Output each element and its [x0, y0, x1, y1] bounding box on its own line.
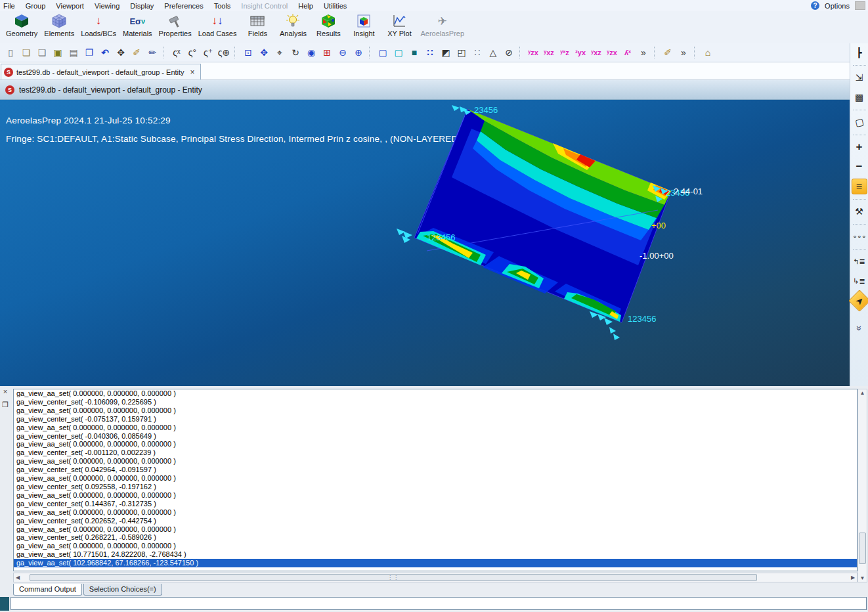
mouse-zoom-icon[interactable]: ς⊕: [217, 45, 231, 60]
view-iso-icon[interactable]: ʎˣ: [620, 45, 635, 60]
view-yxz-top-icon[interactable]: ʸˣz: [557, 45, 572, 60]
help-icon[interactable]: ?: [811, 1, 819, 10]
command-line[interactable]: ga_view_center_set( -0.075137, 0.159791 …: [14, 415, 857, 424]
view-zyx-icon[interactable]: ᶻyx: [573, 45, 588, 60]
command-lines[interactable]: ga_view_aa_set( 0.000000, 0.000000, 0.00…: [13, 389, 857, 571]
translate-view-icon[interactable]: ✥: [257, 45, 271, 60]
results-button[interactable]: Results: [311, 11, 346, 41]
command-line[interactable]: ga_view_aa_set( 0.000000, 0.000000, 0.00…: [14, 525, 857, 534]
menu-item[interactable]: File: [0, 1, 22, 11]
repair-tools-icon[interactable]: ⚒: [852, 204, 867, 219]
zoom-in-icon[interactable]: ⊕: [351, 45, 366, 60]
mouse-translate-icon[interactable]: ς⁺: [201, 45, 215, 60]
command-line[interactable]: ga_view_aa_set( 0.000000, 0.000000, 0.00…: [14, 389, 857, 398]
polygon-pick-icon[interactable]: ▢: [850, 113, 868, 131]
center-target-icon[interactable]: ⌖: [272, 45, 287, 60]
command-line[interactable]: ga_view_center_set( 0.202652, -0.442754 …: [14, 517, 857, 525]
command-line[interactable]: ga_view_aa_set( 0.000000, 0.000000, 0.00…: [14, 457, 857, 466]
menu-item[interactable]: Help: [295, 1, 320, 11]
viewport-split-icon[interactable]: ⊞: [320, 45, 334, 60]
list-copy-down-icon[interactable]: ↳≣: [852, 273, 867, 289]
properties-button[interactable]: Properties: [156, 11, 195, 41]
pan-hand-icon[interactable]: ✥: [114, 45, 128, 60]
model-tree-icon[interactable]: ┣: [852, 45, 867, 60]
pattern-box-icon[interactable]: ▩: [852, 89, 867, 105]
scrollbar-thumb[interactable]: [859, 533, 866, 564]
fringe-menu-icon[interactable]: ≡: [852, 179, 867, 194]
command-line[interactable]: ga_view_aa_set( 0.000000, 0.000000, 0.00…: [14, 508, 857, 517]
aeroelasprep-button[interactable]: ✈ AeroelasPrep: [417, 11, 467, 41]
edit-pencil-icon[interactable]: ✐: [661, 45, 675, 60]
command-input[interactable]: [11, 597, 867, 610]
tab-close-icon[interactable]: ×: [190, 68, 195, 77]
more-edit-icon[interactable]: »: [676, 45, 691, 60]
tab-selection-choices[interactable]: Selection Choices(=): [83, 584, 162, 596]
menu-item[interactable]: Viewing: [91, 1, 127, 11]
command-line[interactable]: ga_view_center_set( -0.040306, 0.085649 …: [14, 432, 857, 441]
scrollbar-thumb[interactable]: ⋮⋮: [30, 574, 757, 581]
scroll-left-icon[interactable]: ◀: [14, 575, 22, 580]
triangle-marker-icon[interactable]: △: [486, 45, 500, 60]
label-arrow-icon[interactable]: ◰: [454, 45, 469, 60]
command-line[interactable]: ga_view_center_set( -0.001120, 0.002239 …: [14, 448, 857, 457]
command-vertical-scrollbar[interactable]: ▲ ▼: [857, 389, 867, 582]
home-icon[interactable]: ⌂: [701, 45, 715, 60]
fields-button[interactable]: Fields: [240, 11, 275, 41]
menu-item[interactable]: Utilities: [320, 1, 354, 11]
view-zx-icon[interactable]: ʸzx: [605, 45, 619, 60]
view-axis-icon[interactable]: ◉: [304, 45, 318, 60]
label-dots-icon[interactable]: ∷: [470, 45, 485, 60]
load-cases-button[interactable]: ↓↓ Load Cases: [195, 11, 240, 41]
shrink-elements-icon[interactable]: ◩: [439, 45, 453, 60]
fem-model-plot[interactable]: 23456 123456 123456 23456 2.44-01 +00 -1…: [0, 100, 850, 386]
command-line[interactable]: ga_view_aa_set( 0.000000, 0.000000, 0.00…: [14, 440, 857, 448]
viewport-titlebar[interactable]: S test299.db - default_viewport - defaul…: [0, 80, 850, 100]
menu-item[interactable]: Viewport: [53, 1, 91, 11]
zoom-out-icon[interactable]: ⊖: [336, 45, 350, 60]
copy-icon[interactable]: ❐: [82, 45, 97, 60]
menu-item[interactable]: Display: [127, 1, 161, 11]
command-line[interactable]: ga_view_aa_set( 102.968842, 67.168266, -…: [14, 559, 857, 567]
menu-item[interactable]: Tools: [211, 1, 238, 11]
more-views-icon[interactable]: »: [636, 45, 651, 60]
list-copy-up-icon[interactable]: ↰≣: [852, 253, 867, 269]
command-line[interactable]: ga_view_center_set( -0.106099, 0.225695 …: [14, 398, 857, 406]
view-xz-icon[interactable]: ʸxz: [589, 45, 603, 60]
command-line[interactable]: ga_view_aa_set( 0.000000, 0.000000, 0.00…: [14, 474, 857, 483]
print-icon[interactable]: ▤: [66, 45, 81, 60]
geometry-button[interactable]: Geometry: [3, 11, 41, 41]
mouse-pick-icon[interactable]: ςˣ: [169, 45, 184, 60]
mouse-rotate-icon[interactable]: ς°: [185, 45, 200, 60]
rotate-view-icon[interactable]: ↻: [288, 45, 303, 60]
command-float-icon[interactable]: ❐: [2, 401, 9, 409]
materials-button[interactable]: Eσν Materials: [119, 11, 156, 41]
menu-item[interactable]: Preferences: [161, 1, 210, 11]
elements-button[interactable]: Elements: [41, 11, 77, 41]
resize-swap-icon[interactable]: ⇲: [852, 70, 867, 85]
command-line[interactable]: ga_view_center_set( 0.144367, -0.312735 …: [14, 500, 857, 508]
zoom-in-plus-icon[interactable]: +: [852, 139, 867, 155]
fit-view-icon[interactable]: ⊡: [241, 45, 255, 60]
command-line[interactable]: ga_view_aa_set( 10.771501, 24.822208, -2…: [14, 550, 857, 559]
command-line[interactable]: ga_view_aa_set( 0.000000, 0.000000, 0.00…: [14, 542, 857, 550]
command-line[interactable]: ga_view_center_set( 0.092558, -0.197162 …: [14, 483, 857, 491]
command-close-icon[interactable]: ×: [3, 387, 7, 395]
command-line[interactable]: ga_view_aa_set( 0.000000, 0.000000, 0.00…: [14, 424, 857, 432]
options-menu[interactable]: Options: [825, 2, 850, 10]
shaded-cube-icon[interactable]: ■: [407, 45, 422, 60]
window-control-chip[interactable]: [855, 1, 865, 10]
command-horizontal-scrollbar[interactable]: ◀ ⋮⋮ ▶: [13, 573, 857, 582]
multi-viewport-icon[interactable]: ∷: [423, 45, 437, 60]
menu-item[interactable]: Insight Control: [238, 1, 295, 11]
analysis-button[interactable]: Analysis: [275, 11, 311, 41]
database-tab[interactable]: S test299.db - default_viewport - defaul…: [1, 64, 201, 79]
command-line[interactable]: ga_view_center_set( 0.268221, -0.589026 …: [14, 533, 857, 542]
select-rings-icon[interactable]: ∘∘∘: [852, 229, 867, 244]
loads-bcs-button[interactable]: ↓ Loads/BCs: [77, 11, 119, 41]
collapse-chevron-icon[interactable]: »: [852, 320, 867, 336]
select-cursor-icon[interactable]: ➤: [848, 290, 868, 312]
hiddenline-cube-icon[interactable]: ▢: [391, 45, 406, 60]
scroll-up-icon[interactable]: ▲: [858, 390, 867, 396]
xy-plot-button[interactable]: XY Plot: [381, 11, 417, 41]
open-file-icon[interactable]: ❏: [19, 45, 33, 60]
